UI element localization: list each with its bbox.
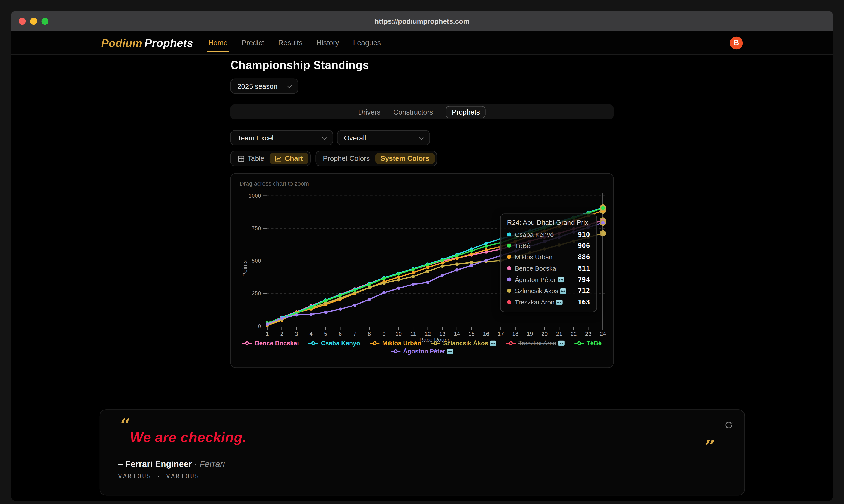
- legend-label: Ágoston Péter: [403, 348, 453, 355]
- nav-item-results[interactable]: Results: [278, 39, 302, 47]
- tooltip-name: Szlancsik Ákos: [515, 287, 574, 294]
- close-quote-icon: ”: [705, 436, 715, 457]
- svg-text:9: 9: [382, 330, 386, 337]
- chart-tooltip-rows: Csaba Kenyó910TéBé906Miklós Urbán886Benc…: [507, 230, 590, 306]
- legend-item[interactable]: Ágoston Péter: [391, 348, 454, 355]
- refresh-button[interactable]: [724, 421, 733, 431]
- robot-icon: [558, 341, 564, 346]
- svg-text:23: 23: [585, 330, 591, 337]
- legend-item[interactable]: Treszkai Áron: [506, 340, 564, 346]
- nav-item-leagues[interactable]: Leagues: [353, 39, 381, 47]
- legend-item[interactable]: Szlancsik Ákos: [431, 340, 496, 346]
- svg-text:Points: Points: [242, 260, 248, 276]
- open-quote-icon: “: [120, 414, 131, 436]
- series-dot-icon: [507, 244, 511, 248]
- svg-text:1000: 1000: [248, 193, 261, 199]
- view-tabs: Drivers Constructors Prophets: [230, 104, 614, 119]
- svg-text:500: 500: [252, 257, 261, 264]
- season-select[interactable]: 2025 season: [230, 78, 298, 93]
- tooltip-title: R24: Abu Dhabi Grand Prix: [507, 219, 590, 227]
- nav-item-predict[interactable]: Predict: [242, 39, 264, 47]
- legend-item[interactable]: TéBé: [574, 340, 601, 346]
- quote-card: “ We are checking. ” – Ferrari Engineer …: [100, 409, 745, 496]
- scope-select-value: Overall: [344, 133, 366, 142]
- legend-row: Ágoston Péter: [231, 348, 613, 355]
- svg-text:15: 15: [469, 330, 475, 337]
- svg-text:4: 4: [310, 330, 313, 337]
- nav-item-history[interactable]: History: [316, 39, 339, 47]
- tooltip-value: 886: [578, 253, 590, 261]
- table-toggle[interactable]: Table: [233, 153, 270, 164]
- tooltip-name: Csaba Kenyó: [515, 231, 574, 238]
- svg-text:20: 20: [541, 330, 547, 337]
- svg-text:1: 1: [266, 330, 269, 337]
- brand-logo[interactable]: PodiumProphets: [101, 36, 193, 49]
- legend-item[interactable]: Bence Bocskai: [243, 340, 299, 346]
- tooltip-value: 794: [578, 275, 590, 284]
- chart-toggle[interactable]: Chart: [270, 153, 309, 164]
- chevron-down-icon: [321, 134, 327, 140]
- legend-item[interactable]: Csaba Kenyó: [309, 340, 360, 346]
- url-text[interactable]: https://podiumprophets.com: [11, 17, 833, 25]
- table-toggle-label: Table: [248, 155, 264, 162]
- tab-drivers[interactable]: Drivers: [358, 108, 380, 116]
- nav-item-home[interactable]: Home: [208, 39, 228, 47]
- legend-marker-icon: [309, 341, 318, 346]
- series-dot-icon: [507, 232, 511, 236]
- chart-legend: Bence BocskaiCsaba KenyóMiklós UrbánSzla…: [231, 340, 613, 355]
- tooltip-row: Szlancsik Ákos712: [507, 287, 590, 295]
- legend-row: Bence BocskaiCsaba KenyóMiklós UrbánSzla…: [231, 340, 613, 346]
- tooltip-value: 910: [578, 230, 590, 238]
- series-dot-icon: [507, 300, 511, 304]
- tooltip-value: 712: [578, 287, 590, 295]
- tooltip-name: Ágoston Péter: [515, 276, 574, 283]
- prophet-colors-toggle[interactable]: Prophet Colors: [318, 153, 375, 164]
- main-content: Championship Standings 2025 season Drive…: [230, 59, 614, 368]
- system-colors-toggle[interactable]: System Colors: [375, 153, 435, 164]
- robot-icon: [490, 341, 496, 346]
- tooltip-row: Treszkai Áron163: [507, 298, 590, 306]
- season-select-value: 2025 season: [238, 82, 277, 90]
- robot-icon: [560, 288, 566, 293]
- chart-toggle-label: Chart: [285, 155, 303, 162]
- svg-text:8: 8: [368, 330, 371, 337]
- tab-prophets[interactable]: Prophets: [446, 106, 486, 118]
- display-toggles-row: Table Chart Prophet Colors System Colors: [230, 151, 614, 166]
- legend-label: TéBé: [586, 340, 602, 346]
- legend-label: Miklós Urbán: [382, 340, 421, 346]
- filter-selects-row: Team Excel Overall: [230, 130, 614, 145]
- prophet-colors-label: Prophet Colors: [323, 155, 370, 162]
- tooltip-name: Treszkai Áron: [515, 298, 574, 306]
- tooltip-value: 163: [578, 298, 590, 306]
- navbar: PodiumProphets Home Predict Results Hist…: [11, 31, 833, 55]
- line-chart-icon: [275, 155, 281, 162]
- chevron-down-icon: [419, 134, 424, 140]
- chart-card: Drag across chart to zoom 02505007501000…: [230, 173, 614, 368]
- legend-marker-icon: [391, 348, 400, 354]
- tooltip-value: 906: [578, 241, 590, 250]
- color-toggle-group: Prophet Colors System Colors: [316, 151, 437, 166]
- scope-select[interactable]: Overall: [337, 130, 430, 145]
- robot-icon: [557, 277, 564, 282]
- svg-text:21: 21: [556, 330, 562, 337]
- user-avatar[interactable]: B: [730, 36, 743, 49]
- legend-label: Treszkai Áron: [518, 340, 564, 346]
- legend-item[interactable]: Miklós Urbán: [370, 340, 421, 346]
- legend-label: Szlancsik Ákos: [443, 340, 496, 346]
- tooltip-row: Miklós Urbán886: [507, 253, 590, 261]
- series-dot-icon: [507, 277, 511, 282]
- robot-icon: [447, 348, 453, 354]
- svg-text:18: 18: [512, 330, 518, 337]
- system-colors-label: System Colors: [381, 155, 429, 162]
- svg-text:0: 0: [258, 323, 261, 329]
- svg-text:2: 2: [280, 330, 283, 337]
- svg-text:24: 24: [600, 330, 606, 337]
- team-select[interactable]: Team Excel: [230, 130, 333, 145]
- series-dot-icon: [507, 289, 511, 293]
- tab-constructors[interactable]: Constructors: [393, 108, 433, 116]
- svg-text:11: 11: [410, 330, 416, 337]
- quote-author: – Ferrari Engineer: [118, 460, 192, 469]
- view-toggle-group: Table Chart: [230, 151, 311, 166]
- series-dot-icon: [507, 266, 511, 270]
- legend-label: Bence Bocskai: [255, 340, 299, 346]
